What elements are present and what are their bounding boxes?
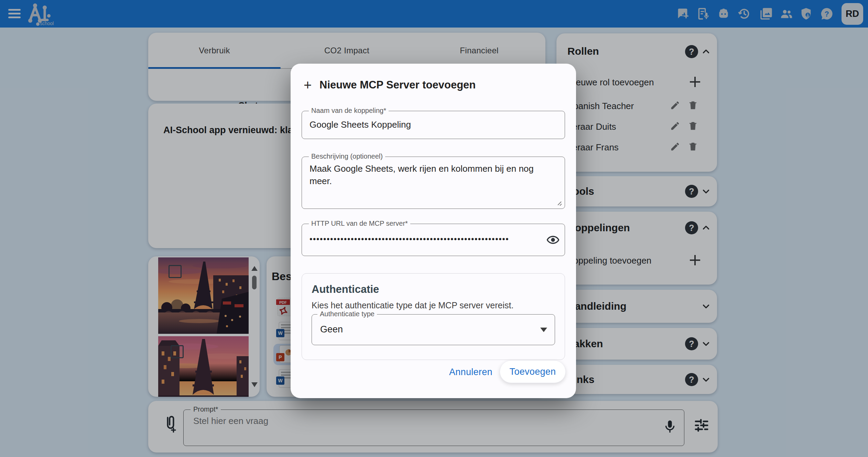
auth-title: Authenticatie (312, 283, 379, 296)
auth-type-select[interactable]: Authenticatie type Geen (312, 314, 555, 345)
name-field-wrap: Naam van de koppeling* (302, 111, 565, 139)
description-field-wrap: Beschrijving (optioneel) Maak Google She… (302, 157, 565, 209)
cancel-button[interactable]: Annuleren (447, 366, 495, 378)
caret-down-icon (540, 328, 547, 332)
name-field-label: Naam van de koppeling* (309, 107, 389, 115)
description-field-input[interactable]: Maak Google Sheets, werk rijen en kolomm… (310, 162, 544, 201)
dialog-title: Nieuwe MCP Server toevoegen (319, 79, 476, 91)
url-field-label: HTTP URL van de MCP server* (309, 220, 410, 227)
url-field-wrap: HTTP URL van de MCP server* ••••••••••••… (302, 224, 565, 256)
auth-type-value: Geen (320, 324, 343, 335)
description-field-label: Beschrijving (optioneel) (309, 152, 385, 160)
submit-button[interactable]: Toevoegen (500, 360, 566, 383)
plus-icon: + (304, 77, 312, 93)
auth-type-label: Authenticatie type (317, 310, 377, 318)
auth-section: Authenticatie Kies het authenticatie typ… (302, 273, 565, 360)
name-field-input[interactable] (310, 119, 544, 130)
visibility-eye-icon[interactable] (546, 233, 560, 247)
auth-subtitle: Kies het authenticatie type dat je MCP s… (312, 300, 513, 310)
mcp-server-dialog: + Nieuwe MCP Server toevoegen Naam van d… (291, 64, 576, 398)
url-field-input[interactable]: ••••••••••••••••••••••••••••••••••••••••… (310, 234, 541, 244)
resize-handle[interactable] (557, 201, 562, 206)
